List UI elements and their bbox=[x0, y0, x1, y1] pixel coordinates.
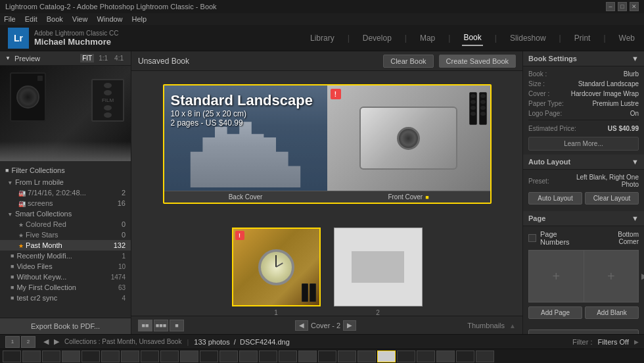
nav-book[interactable]: Book bbox=[462, 30, 482, 46]
nav-map[interactable]: Map bbox=[419, 31, 436, 45]
cover-overlay: Standard Landscape 10 x 8 in (25 x 20 cm… bbox=[164, 85, 319, 134]
film-thumb-16[interactable] bbox=[298, 351, 317, 362]
menu-edit[interactable]: Edit bbox=[25, 15, 37, 23]
smart-icon-past: ★ bbox=[18, 243, 24, 249]
book-canvas[interactable]: Standard Landscape 10 x 8 in (25 x 20 cm… bbox=[131, 71, 522, 316]
menu-file[interactable]: File bbox=[4, 15, 16, 23]
film-thumb-25[interactable] bbox=[476, 351, 494, 362]
film-thumb-4[interactable] bbox=[62, 351, 80, 362]
ratio-4-1[interactable]: 4:1 bbox=[112, 54, 126, 62]
ratio-1-1[interactable]: 1:1 bbox=[97, 54, 110, 62]
nav-develop[interactable]: Develop bbox=[361, 31, 393, 45]
clear-layout-button[interactable]: Clear Layout bbox=[585, 192, 639, 205]
nav-next-arrow[interactable]: ▶ bbox=[343, 320, 356, 331]
tree-group-smart[interactable]: ► Smart Collections bbox=[0, 208, 131, 219]
status-icon-1[interactable]: 1 bbox=[5, 336, 20, 348]
film-thumb-15[interactable] bbox=[279, 351, 297, 362]
page-preview: + + ▶ bbox=[528, 250, 639, 302]
learn-more-button[interactable]: Learn More... bbox=[528, 137, 639, 151]
film-thumb-20[interactable] bbox=[377, 351, 396, 362]
film-thumb-12[interactable] bbox=[219, 351, 238, 362]
film-thumb-8[interactable] bbox=[141, 351, 159, 362]
menu-view[interactable]: View bbox=[72, 15, 88, 23]
status-icon-2[interactable]: 2 bbox=[21, 336, 35, 348]
tree-child-past-month[interactable]: ★ Past Month 132 bbox=[0, 240, 131, 251]
film-thumb-24[interactable] bbox=[456, 351, 474, 362]
film-thumb-10[interactable] bbox=[180, 351, 198, 362]
film-thumb-7[interactable] bbox=[121, 351, 139, 362]
tree-item-recently[interactable]: ■ Recently Modifi... 1 bbox=[0, 251, 131, 261]
film-thumb-1[interactable] bbox=[3, 351, 21, 362]
cover-front-photo: ! bbox=[327, 85, 490, 191]
menu-window[interactable]: Window bbox=[97, 15, 122, 23]
front-cover-label: Front Cover ■ bbox=[327, 191, 490, 203]
create-saved-book-button[interactable]: Create Saved Book bbox=[439, 55, 516, 68]
page-preview-arrow[interactable]: ▶ bbox=[641, 272, 644, 281]
tree-item-video[interactable]: ■ Video Files 10 bbox=[0, 261, 131, 272]
tree-child-7-14[interactable]: 🏭 7/14/16, 2:02:48... 2 bbox=[0, 187, 131, 198]
film-thumb-11[interactable] bbox=[200, 351, 218, 362]
nav-prev-status[interactable]: ◀ bbox=[43, 337, 49, 346]
view-single-icon[interactable]: ■ bbox=[170, 320, 184, 331]
film-thumb-6[interactable] bbox=[101, 351, 120, 362]
tree-item-without[interactable]: ■ Without Keyw... 1474 bbox=[0, 272, 131, 282]
book-settings-header[interactable]: Book Settings ▼ bbox=[523, 51, 644, 66]
nav-print[interactable]: Print bbox=[573, 31, 592, 45]
nav-slideshow[interactable]: Slideshow bbox=[509, 31, 547, 45]
main-area: ▼ Preview FIT 1:1 4:1 ! FILM bbox=[0, 51, 644, 334]
nav-next-status[interactable]: ▶ bbox=[54, 337, 59, 346]
status-count: 133 photos / DSCF4244.dng bbox=[194, 338, 290, 346]
close-button[interactable]: ✕ bbox=[630, 2, 639, 11]
clear-book-button[interactable]: Clear Book bbox=[383, 55, 433, 68]
cover-value: Hardcover Image Wrap bbox=[571, 90, 639, 97]
book-settings-chevron: ▼ bbox=[632, 55, 639, 62]
page-1-warning: ! bbox=[235, 231, 244, 240]
tree-child-five-stars[interactable]: ★ Five Stars 0 bbox=[0, 230, 131, 240]
film-thumb-23[interactable] bbox=[436, 351, 455, 362]
menu-book[interactable]: Book bbox=[47, 15, 63, 23]
restore-button[interactable]: □ bbox=[618, 2, 627, 11]
film-thumb-19[interactable] bbox=[357, 351, 376, 362]
tree-item-first[interactable]: ■ My First Collection 63 bbox=[0, 282, 131, 293]
collections-header[interactable]: ■ Filter Collections bbox=[0, 164, 131, 177]
export-book-button[interactable]: Export Book to PDF... bbox=[0, 318, 131, 334]
nav-library[interactable]: Library bbox=[309, 31, 336, 45]
filter-value[interactable]: Filters Off bbox=[598, 338, 629, 346]
film-thumb-14[interactable] bbox=[259, 351, 277, 362]
view-grid-icon[interactable]: ■■ bbox=[138, 320, 152, 331]
page-settings-label: Page bbox=[528, 214, 545, 222]
top-nav: Lr Adobe Lightroom Classic CC Michael Mu… bbox=[0, 25, 644, 51]
front-cover-warning: ! bbox=[331, 89, 341, 99]
film-thumb-5[interactable] bbox=[81, 351, 100, 362]
film-thumb-22[interactable] bbox=[417, 351, 435, 362]
page-numbers-position: Bottom Corner bbox=[596, 231, 639, 245]
nav-web[interactable]: Web bbox=[618, 31, 636, 45]
minimize-button[interactable]: – bbox=[606, 2, 615, 11]
nav-prev-arrow[interactable]: ◀ bbox=[295, 320, 308, 331]
tree-child-screens[interactable]: 🏭 screens 16 bbox=[0, 198, 131, 208]
add-page-button[interactable]: Add Page bbox=[528, 306, 582, 319]
ratio-fit[interactable]: FIT bbox=[80, 54, 94, 62]
add-blank-button[interactable]: Add Blank bbox=[585, 306, 639, 319]
page-numbers-checkbox[interactable] bbox=[528, 234, 536, 242]
tree-child-colored-red[interactable]: ★ Colored Red 0 bbox=[0, 219, 131, 230]
tree-item-test[interactable]: ■ test cr2 sync 4 bbox=[0, 293, 131, 303]
send-book-button[interactable]: Send Book to Blurb... bbox=[528, 329, 639, 334]
auto-layout-header[interactable]: Auto Layout ▼ bbox=[523, 155, 644, 170]
film-thumb-17[interactable] bbox=[318, 351, 336, 362]
film-thumb-9[interactable] bbox=[160, 351, 179, 362]
view-multi-icon[interactable]: ■■■ bbox=[154, 320, 168, 331]
size-value: Standard Landscape bbox=[578, 80, 639, 87]
tree-group-lr-mobile[interactable]: ► From Lr mobile bbox=[0, 177, 131, 187]
preset-value: Left Blank, Right One Photo bbox=[566, 174, 639, 188]
page-preview-plus-left: + bbox=[552, 269, 560, 284]
auto-layout-button[interactable]: Auto Layout bbox=[528, 192, 582, 205]
film-thumb-3[interactable] bbox=[42, 351, 60, 362]
film-thumb-2[interactable] bbox=[22, 351, 41, 362]
film-thumb-21[interactable] bbox=[397, 351, 415, 362]
film-thumb-18[interactable] bbox=[338, 351, 356, 362]
film-thumb-13[interactable] bbox=[239, 351, 258, 362]
page-settings-header[interactable]: Page ▼ bbox=[523, 211, 644, 226]
menu-help[interactable]: Help bbox=[132, 15, 147, 23]
collections-panel: ■ Filter Collections ► From Lr mobile 🏭 … bbox=[0, 161, 131, 318]
